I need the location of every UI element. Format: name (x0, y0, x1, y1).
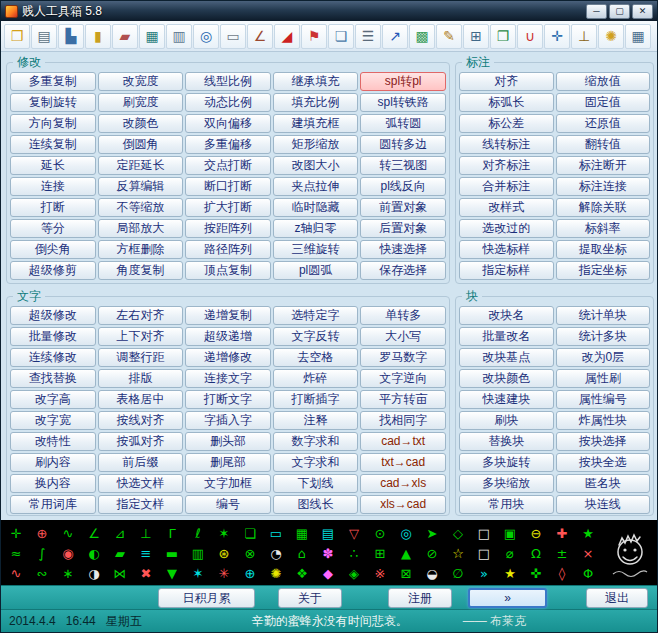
palette-icon[interactable]: ▩ (409, 24, 435, 49)
command-button[interactable]: 选特定字 (273, 306, 359, 325)
command-button[interactable]: 删头部 (185, 432, 271, 451)
symbol-button[interactable]: ∿ (55, 523, 81, 543)
command-button[interactable]: 炸属性块 (556, 411, 651, 430)
command-button[interactable]: 复制旋转 (10, 93, 96, 112)
command-button[interactable]: 标斜率 (556, 219, 651, 238)
command-button[interactable]: 指定标样 (459, 261, 554, 280)
symbol-button[interactable]: ➤ (419, 523, 445, 543)
form-icon[interactable]: ▥ (166, 24, 192, 49)
command-button[interactable]: 标注连接 (556, 177, 651, 196)
symbol-button[interactable]: ❏ (237, 523, 263, 543)
command-button[interactable]: 顶点复制 (185, 261, 271, 280)
command-button[interactable]: 排版 (98, 369, 184, 388)
command-button[interactable]: 还原值 (556, 114, 651, 133)
document-icon[interactable]: ☰ (355, 24, 381, 49)
symbol-button[interactable]: ⊞ (367, 543, 393, 563)
expand-button[interactable]: » (468, 588, 547, 608)
symbol-button[interactable]: ⊛ (211, 543, 237, 563)
symbol-button[interactable]: ℓ (185, 523, 211, 543)
command-button[interactable]: 不等缩放 (98, 198, 184, 217)
command-button[interactable]: 下划线 (273, 474, 359, 493)
symbol-button[interactable]: □ (471, 543, 497, 563)
command-button[interactable]: 继承填充 (273, 72, 359, 91)
command-button[interactable]: 解除关联 (556, 198, 651, 217)
command-button[interactable]: 改宽度 (98, 72, 184, 91)
symbol-button[interactable]: ∾ (29, 563, 55, 583)
symbol-button[interactable]: ❖ (289, 563, 315, 583)
command-button[interactable]: 换内容 (10, 474, 96, 493)
symbol-button[interactable]: ▬ (159, 543, 185, 563)
notepad-icon[interactable]: ✎ (436, 24, 462, 49)
command-button[interactable]: txt→cad (360, 453, 446, 472)
symbol-button[interactable]: ⊕ (237, 563, 263, 583)
symbol-button[interactable]: ◔ (263, 543, 289, 563)
register-button[interactable]: 注册 (388, 588, 452, 608)
symbol-button[interactable]: ▥ (185, 543, 211, 563)
command-button[interactable]: 统计单块 (556, 306, 651, 325)
command-button[interactable]: 改图大小 (273, 156, 359, 175)
symbol-button[interactable]: ▲ (393, 543, 419, 563)
command-button[interactable]: 常用块 (459, 495, 554, 514)
command-button[interactable]: 方向复制 (10, 114, 96, 133)
slope-icon[interactable]: ◢ (274, 24, 300, 49)
command-button[interactable]: 改为0层 (556, 348, 651, 367)
command-button[interactable]: 双向偏移 (185, 114, 271, 133)
command-button[interactable]: 文字反转 (273, 327, 359, 346)
command-button[interactable]: 改颜色 (98, 114, 184, 133)
command-button[interactable]: 夹点拉伸 (273, 177, 359, 196)
symbol-button[interactable]: ▰ (107, 543, 133, 563)
symbol-button[interactable]: » (471, 563, 497, 583)
command-button[interactable]: 转三视图 (360, 156, 446, 175)
command-button[interactable]: 按距阵列 (185, 219, 271, 238)
command-button[interactable]: 单转多 (360, 306, 446, 325)
command-button[interactable]: 断口打断 (185, 177, 271, 196)
command-button[interactable]: 按线对齐 (98, 411, 184, 430)
command-button[interactable]: 改块名 (459, 306, 554, 325)
command-button[interactable]: 弧转圆 (360, 114, 446, 133)
command-button[interactable]: 文字逆向 (360, 369, 446, 388)
command-button[interactable]: 批量改名 (459, 327, 554, 346)
command-button[interactable]: cad→txt (360, 432, 446, 451)
command-button[interactable]: 罗马数字 (360, 348, 446, 367)
command-button[interactable]: 对齐标注 (459, 156, 554, 175)
command-button[interactable]: 填充比例 (273, 93, 359, 112)
symbol-button[interactable]: ⊥ (133, 523, 159, 543)
close-button[interactable]: ✕ (632, 4, 653, 19)
command-button[interactable]: 找相同字 (360, 411, 446, 430)
command-button[interactable]: 指定文样 (98, 495, 184, 514)
command-button[interactable]: 圆转多边 (360, 135, 446, 154)
command-button[interactable]: 属性编号 (556, 390, 651, 409)
tips-button[interactable]: 日积月累 (158, 588, 255, 608)
ruler-icon[interactable]: ▭ (220, 24, 246, 49)
command-button[interactable]: 标弧长 (459, 93, 554, 112)
symbol-button[interactable]: Φ (575, 563, 601, 583)
symbol-button[interactable]: ◎ (393, 523, 419, 543)
open-icon[interactable]: ❒ (4, 24, 30, 49)
command-button[interactable]: 快选标样 (459, 240, 554, 259)
command-button[interactable]: 改特性 (10, 432, 96, 451)
symbol-button[interactable]: × (575, 543, 601, 563)
symbol-button[interactable]: ▣ (497, 523, 523, 543)
symbol-button[interactable]: ◆ (315, 563, 341, 583)
command-button[interactable]: 刷块 (459, 411, 554, 430)
magnet-icon[interactable]: ∪ (517, 24, 543, 49)
symbol-button[interactable]: ◈ (341, 563, 367, 583)
symbol-button[interactable]: ☆ (445, 543, 471, 563)
symbol-button[interactable]: ∗ (55, 563, 81, 583)
command-button[interactable]: 左右对齐 (98, 306, 184, 325)
command-button[interactable]: 改字高 (10, 390, 96, 409)
command-button[interactable]: 按块选择 (556, 432, 651, 451)
command-button[interactable]: xls→cad (360, 495, 446, 514)
command-button[interactable]: 递增复制 (185, 306, 271, 325)
table-icon[interactable]: ▦ (139, 24, 165, 49)
symbol-button[interactable]: ≡ (133, 543, 159, 563)
eraser-icon[interactable]: ▰ (112, 24, 138, 49)
symbol-button[interactable]: ◉ (55, 543, 81, 563)
symbol-button[interactable]: ▦ (289, 523, 315, 543)
command-button[interactable]: 文字求和 (273, 453, 359, 472)
command-button[interactable]: 标注断开 (556, 156, 651, 175)
symbol-button[interactable]: ⊘ (419, 543, 445, 563)
symbol-button[interactable]: ✳ (211, 563, 237, 583)
symbol-button[interactable]: ∴ (341, 543, 367, 563)
command-button[interactable]: 图线长 (273, 495, 359, 514)
